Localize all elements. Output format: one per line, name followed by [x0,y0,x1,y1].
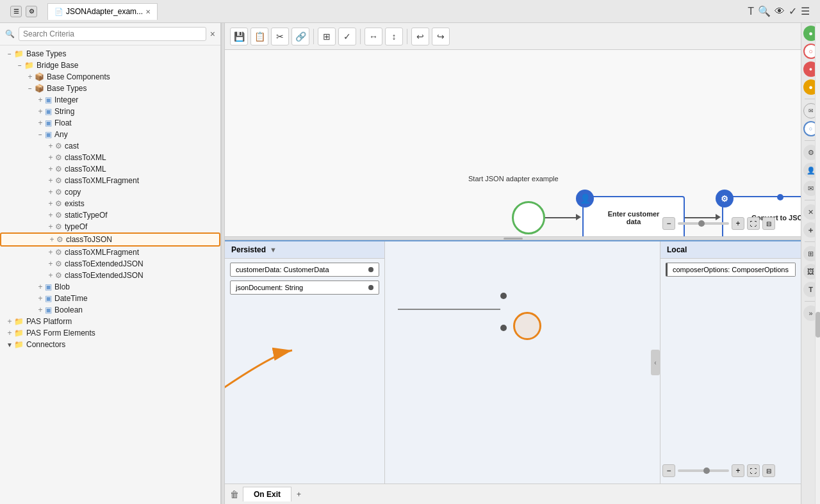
tree-item-classtoxml2[interactable]: + ⚙ classToXML [0,163,220,175]
add-classtoextendedjson1[interactable]: + [46,259,55,268]
tree-item-statictypeof[interactable]: + ⚙ staticTypeOf [0,209,220,221]
tree-item-pas-form-elements[interactable]: + 📁 PAS Form Elements [0,327,220,339]
search-input[interactable] [19,27,206,41]
cut-button[interactable]: ✂ [271,28,289,45]
tree-item-base-types-root[interactable]: − 📁 Base Types [0,48,220,60]
toggle-base-types-root[interactable]: − [5,51,14,58]
tile-lower[interactable]: ⊟ [762,464,775,477]
add-pas-platform[interactable]: + [5,317,14,326]
zoom-minus-lower[interactable]: − [662,464,675,477]
add-cast[interactable]: + [46,142,55,150]
tree-item-any[interactable]: − ▣ Any [0,129,220,140]
task2-node[interactable]: ⚙ Convert to JSON [722,196,801,236]
toggle-base-types-child[interactable]: − [26,85,35,92]
save-button[interactable]: 💾 [230,28,248,45]
param-label-composerOptions: composerOptions: ComposerOptions [673,266,789,273]
settings-button[interactable]: ⚙ [26,6,37,17]
validate-icon[interactable]: ✓ [789,5,797,17]
tab-close-btn[interactable]: ✕ [145,8,151,15]
tree-item-base-types-child[interactable]: − 📦 Base Types [0,83,220,94]
expand-upper[interactable]: ⛶ [747,217,760,230]
tree-item-classtoextendedjson1[interactable]: + ⚙ classToExtendedJSON [0,258,220,270]
zoom-track-upper[interactable] [678,222,729,225]
add-blob[interactable]: + [36,282,45,291]
tree-item-bridge-base[interactable]: − 📁 Bridge Base [0,60,220,71]
link-button[interactable]: 🔗 [291,28,309,45]
zoom-track-lower[interactable] [678,469,729,472]
add-copy[interactable]: + [46,188,55,197]
redo-button[interactable]: ↪ [432,28,450,45]
undo-button[interactable]: ↩ [411,28,429,45]
text-icon[interactable]: T [748,6,754,17]
add-base-components[interactable]: + [26,72,35,81]
file-tab[interactable]: 📄 JSONAdapter_exam... ✕ [47,3,158,20]
add-string[interactable]: + [36,107,45,116]
start-event[interactable] [512,201,545,234]
search-clear-btn[interactable]: × [210,29,215,39]
collapse-right-btn[interactable]: ‹ [651,350,660,375]
tree-item-float[interactable]: + ▣ Float [0,117,220,129]
add-classtojson[interactable]: + [47,235,56,244]
delete-btn[interactable]: 🗑 [230,489,239,500]
add-classtoxml1[interactable]: + [46,153,55,162]
add-classtoxmlfragment[interactable]: + [46,176,55,185]
tree-item-copy[interactable]: + ⚙ copy [0,186,220,198]
local-label: Local [667,245,687,254]
persisted-dropdown[interactable]: ▼ [270,246,277,254]
zoom-plus-upper[interactable]: + [732,217,744,230]
resize-v-button[interactable]: ↕ [385,28,403,45]
copy-button[interactable]: 📋 [250,28,268,45]
tree-item-cast[interactable]: + ⚙ cast [0,140,220,152]
tree-item-classtojson[interactable]: + ⚙ classToJSON [0,232,220,247]
toggle-connectors[interactable]: ▼ [5,341,14,348]
grid-button[interactable]: ⊞ [318,28,336,45]
add-boolean[interactable]: + [36,305,45,314]
resize-h-button[interactable]: ↔ [365,28,382,45]
tree-item-connectors[interactable]: ▼ 📁 Connectors [0,339,220,350]
toggle-bridge-base[interactable]: − [15,62,24,69]
add-tab-btn[interactable]: + [291,487,306,501]
add-typeof[interactable]: + [46,222,55,231]
tree-item-boolean[interactable]: + ▣ Boolean [0,304,220,316]
add-classtoxmlfragment2[interactable]: + [46,248,55,257]
zoom-minus-upper[interactable]: − [662,217,675,230]
tree-item-datetime[interactable]: + ▣ DateTime [0,293,220,304]
task2-box[interactable]: ⚙ Convert to JSON [722,196,801,236]
tree-item-integer[interactable]: + ▣ Integer [0,94,220,106]
zoom-plus-lower[interactable]: + [732,464,744,477]
param-row-composerOptions[interactable]: composerOptions: ComposerOptions [666,263,796,277]
menu-button[interactable]: ☰ [10,6,22,17]
task1-node[interactable]: 👤 Enter customerdata [582,196,685,236]
add-classtoxml2[interactable]: + [46,165,55,174]
add-integer[interactable]: + [36,95,45,104]
canvas-lower[interactable]: Persisted ▼ customerData: CustomerData j… [225,240,801,484]
add-float[interactable]: + [36,118,45,127]
param-row-customerData[interactable]: customerData: CustomerData [230,263,379,277]
tree-item-classtoxmlfragment[interactable]: + ⚙ classToXMLFragment [0,175,220,186]
visibility-icon[interactable]: 👁 [775,6,785,17]
add-statictypeof[interactable]: + [46,211,55,220]
expand-lower[interactable]: ⛶ [747,464,760,477]
add-classtoextendedjson2[interactable]: + [46,271,55,280]
tree-item-blob[interactable]: + ▣ Blob [0,281,220,293]
tree-item-classtoxmlfragment2[interactable]: + ⚙ classToXMLFragment [0,247,220,258]
tree-item-classtoxml1[interactable]: + ⚙ classToXML [0,152,220,163]
tree-item-pas-platform[interactable]: + 📁 PAS Platform [0,316,220,327]
param-row-jsonDocument[interactable]: jsonDocument: String [230,280,379,295]
add-exists[interactable]: + [46,199,55,208]
list-icon[interactable]: ☰ [801,5,810,17]
add-datetime[interactable]: + [36,294,45,303]
toggle-any[interactable]: − [36,131,45,138]
tile-upper[interactable]: ⊟ [762,217,775,230]
tree-item-string[interactable]: + ▣ String [0,106,220,117]
task1-box[interactable]: 👤 Enter customerdata [582,196,685,236]
tree-item-base-components[interactable]: + 📦 Base Components [0,71,220,83]
tree-item-classtoextendedjson2[interactable]: + ⚙ classToExtendedJSON [0,270,220,281]
tab-on-exit[interactable]: On Exit [243,487,291,501]
tree-item-exists[interactable]: + ⚙ exists [0,198,220,209]
add-pas-form-elements[interactable]: + [5,329,14,337]
search-icon[interactable]: 🔍 [758,5,771,17]
tree-item-typeof[interactable]: + ⚙ typeOf [0,221,220,232]
canvas-upper[interactable]: Start JSON adapter example End Event 👤 E… [225,50,801,236]
check-button[interactable]: ✓ [338,28,356,45]
